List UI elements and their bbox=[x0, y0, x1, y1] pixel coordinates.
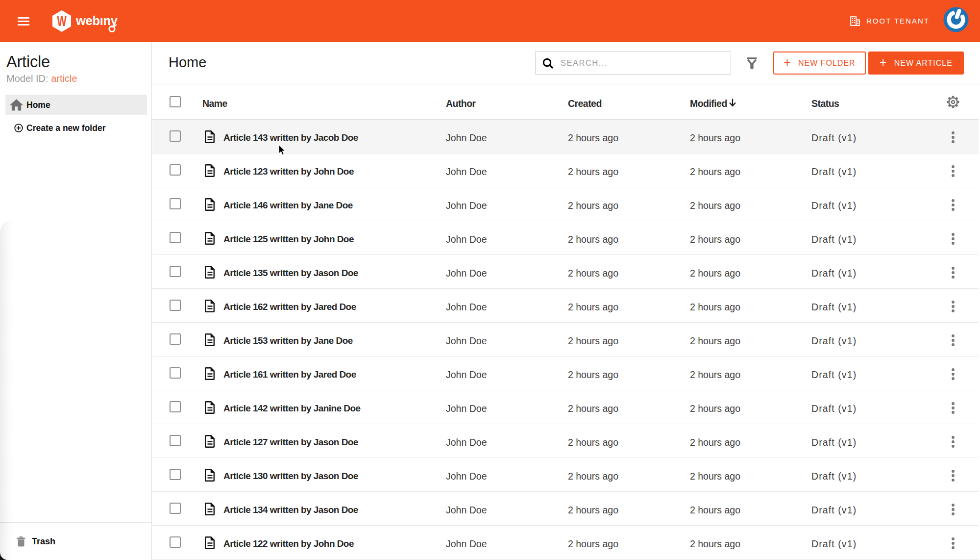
svg-text:W: W bbox=[57, 13, 67, 29]
